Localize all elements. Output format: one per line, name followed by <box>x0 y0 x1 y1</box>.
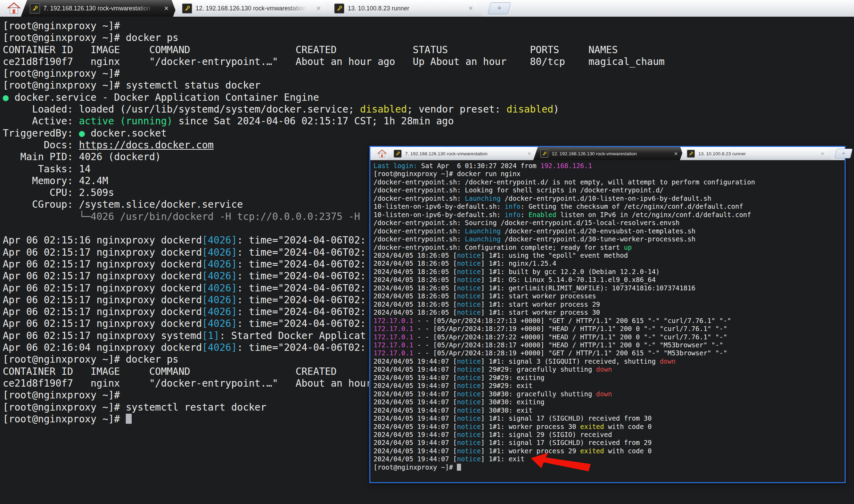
terminal-line: /docker-entrypoint.sh: Configuration com… <box>373 243 845 251</box>
terminal-line: /docker-entrypoint.sh: Launching /docker… <box>373 227 845 235</box>
terminal-line: 2024/04/05 19:44:07 [notice] 29#29: exit <box>373 382 845 390</box>
terminal-line: 2024/04/05 19:44:07 [notice] 1#1: signal… <box>373 357 845 365</box>
terminal-line: 2024/04/05 18:26:05 [notice] 1#1: using … <box>373 251 845 259</box>
terminal-line: 2024/04/05 18:26:05 [notice] 1#1: nginx/… <box>373 259 845 267</box>
terminal-line: [root@nginxproxy ~]# systemctl status do… <box>3 80 854 91</box>
main-tab-bar: 7. 192.168.126.130 rock-vmwarestation ✕ … <box>0 0 854 17</box>
overlay-window[interactable]: 7. 192.168.126.130 rock-vmwarestation ✕ … <box>369 146 846 483</box>
new-tab-button[interactable]: + <box>488 2 511 14</box>
terminal-line: 172.17.0.1 - - [05/Apr/2024:18:27:13 +00… <box>373 317 845 325</box>
new-tab-button[interactable]: + <box>835 149 853 158</box>
terminal-line: /docker-entrypoint.sh: Launching /docker… <box>373 195 845 203</box>
key-icon <box>540 150 548 158</box>
terminal-line: 2024/04/05 18:26:05 [notice] 1#1: start … <box>373 308 845 316</box>
terminal-line: 2024/04/05 19:44:07 [notice] 30#30: exit <box>373 406 845 414</box>
terminal-line: ce21d8f190f7 nginx "/docker-entrypoint.…… <box>3 56 854 68</box>
overlay-tab-bar: 7. 192.168.126.130 rock-vmwarestation ✕ … <box>370 147 845 160</box>
close-icon[interactable]: ✕ <box>162 6 169 11</box>
tab-label: 7. 192.168.126.130 rock-vmwarestation <box>405 151 522 156</box>
terminal-line: 10-listen-on-ipv6-by-default.sh: info: E… <box>373 211 845 219</box>
terminal-line: 2024/04/05 19:44:07 [notice] 30#30: grac… <box>373 390 845 398</box>
terminal-line: Loaded: loaded (/usr/lib/systemd/system/… <box>3 104 854 115</box>
close-icon[interactable]: ✕ <box>672 151 678 156</box>
terminal-line: 2024/04/05 19:44:07 [notice] 30#30: exit… <box>373 398 845 406</box>
tab-session-13[interactable]: 13. 10.100.8.23 runner ✕ <box>680 147 831 160</box>
home-icon <box>377 149 387 158</box>
main-window: 7. 192.168.126.130 rock-vmwarestation ✕ … <box>0 0 854 17</box>
terminal-line: 2024/04/05 19:44:07 [notice] 1#1: worker… <box>373 423 845 431</box>
tab-session-7[interactable]: 7. 192.168.126.130 rock-vmwarestation ✕ <box>21 0 178 17</box>
tab-label: 13. 10.100.8.23 runner <box>348 5 463 12</box>
tab-session-13[interactable]: 13. 10.100.8.23 runner ✕ <box>325 0 482 17</box>
terminal-line: 2024/04/05 18:26:05 [notice] 1#1: getrli… <box>373 284 845 292</box>
terminal-line: /docker-entrypoint.sh: Launching /docker… <box>373 235 845 243</box>
terminal-line: 2024/04/05 18:26:05 [notice] 1#1: OS: Li… <box>373 276 845 284</box>
terminal-cursor <box>457 464 461 471</box>
terminal-line: [root@nginxproxy ~]# <box>373 463 845 471</box>
terminal-line: 2024/04/05 18:26:05 [notice] 1#1: start … <box>373 300 845 308</box>
terminal-line: Last login: Sat Apr 6 01:30:27 2024 from… <box>373 162 845 170</box>
close-icon[interactable]: ✕ <box>314 6 321 11</box>
tab-label: 7. 192.168.126.130 rock-vmwarestation <box>43 5 158 12</box>
terminal-line: ● docker.service - Docker Application Co… <box>3 92 854 104</box>
home-icon <box>7 2 21 15</box>
tab-label: 13. 10.100.8.23 runner <box>698 151 815 156</box>
close-icon[interactable]: ✕ <box>466 6 473 11</box>
terminal-line: TriggeredBy: ● docker.socket <box>3 127 854 139</box>
key-icon <box>182 3 192 14</box>
terminal-line: 172.17.0.1 - - [05/Apr/2024:18:28:19 +00… <box>373 349 845 357</box>
terminal-cursor <box>126 414 132 424</box>
key-icon <box>687 150 695 158</box>
overlay-terminal[interactable]: Last login: Sat Apr 6 01:30:27 2024 from… <box>370 160 845 482</box>
terminal-line: 2024/04/05 19:44:07 [notice] 1#1: signal… <box>373 439 845 447</box>
key-icon <box>334 3 344 14</box>
terminal-line: [root@nginxproxy ~]# <box>3 68 854 80</box>
key-icon <box>30 3 40 14</box>
tab-session-7[interactable]: 7. 192.168.126.130 rock-vmwarestation ✕ <box>387 147 538 160</box>
terminal-line: 172.17.0.1 - - [05/Apr/2024:18:27:22 +00… <box>373 333 845 341</box>
terminal-line: /docker-entrypoint.sh: Sourcing /docker-… <box>373 219 845 227</box>
close-icon[interactable]: ✕ <box>525 151 531 156</box>
tab-label: 12. 192.168.126.130 rock-vmwarestation <box>552 151 668 156</box>
key-icon <box>394 150 402 158</box>
terminal-line: Active: active (running) since Sat 2024-… <box>3 115 854 127</box>
plus-icon: + <box>842 150 845 157</box>
close-icon[interactable]: ✕ <box>819 151 824 156</box>
terminal-line: /docker-entrypoint.sh: Looking for shell… <box>373 186 845 194</box>
terminal-line: 172.17.0.1 - - [05/Apr/2024:18:28:17 +00… <box>373 341 845 349</box>
terminal-line: [root@nginxproxy ~]# docker ps <box>3 32 854 44</box>
terminal-line: 2024/04/05 18:26:05 [notice] 1#1: start … <box>373 292 845 300</box>
terminal-line: 2024/04/05 19:44:07 [notice] 1#1: signal… <box>373 431 845 439</box>
plus-icon: + <box>497 4 502 13</box>
terminal-line: 10-listen-on-ipv6-by-default.sh: info: G… <box>373 203 845 210</box>
terminal-line: 2024/04/05 19:44:07 [notice] 1#1: worker… <box>373 447 845 455</box>
terminal-line: 2024/04/05 18:26:05 [notice] 1#1: built … <box>373 268 845 276</box>
terminal-line: [root@nginxproxy ~]# docker run nginx <box>373 170 845 178</box>
terminal-line: 2024/04/05 19:44:07 [notice] 29#29: exit… <box>373 374 845 382</box>
terminal-line: 172.17.0.1 - - [05/Apr/2024:18:27:19 +00… <box>373 325 845 333</box>
terminal-line: 2024/04/05 19:44:07 [notice] 1#1: signal… <box>373 414 845 422</box>
terminal-line: [root@nginxproxy ~]# <box>3 20 854 32</box>
tab-session-12[interactable]: 12. 192.168.126.130 rock-vmwarestation ✕ <box>533 147 685 160</box>
terminal-line: 2024/04/05 19:44:07 [notice] 29#29: grac… <box>373 365 845 373</box>
terminal-line: 2024/04/05 19:44:07 [notice] 1#1: exit <box>373 455 845 463</box>
tab-session-12[interactable]: 12. 192.168.126.130 rock-vmwarestation ✕ <box>173 0 330 17</box>
terminal-line: /docker-entrypoint.sh: /docker-entrypoin… <box>373 178 845 186</box>
tab-label: 12. 192.168.126.130 rock-vmwarestation <box>196 5 311 12</box>
terminal-line: CONTAINER ID IMAGE COMMAND CREATED STATU… <box>3 44 854 56</box>
